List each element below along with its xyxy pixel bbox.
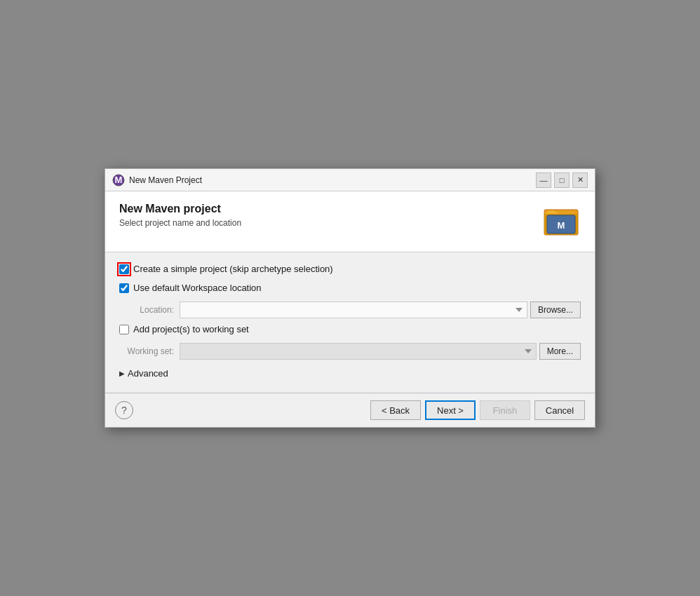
window-title: New Maven Project	[129, 175, 532, 185]
window-icon: M	[112, 174, 125, 187]
header-text: New Maven project Select project name an…	[119, 203, 241, 228]
add-working-set-label[interactable]: Add project(s) to working set	[133, 324, 249, 334]
location-label: Location:	[119, 305, 174, 315]
minimize-button[interactable]: —	[536, 172, 551, 188]
restore-button[interactable]: □	[554, 172, 570, 188]
footer-buttons: < Back Next > Finish Cancel	[370, 400, 585, 420]
maven-logo-icon: M	[541, 203, 581, 242]
location-input-wrap: Browse...	[180, 302, 581, 318]
working-set-input-wrap: More...	[180, 343, 581, 360]
cancel-button[interactable]: Cancel	[534, 400, 585, 420]
more-button[interactable]: More...	[539, 343, 581, 360]
working-set-label: Working set:	[119, 346, 174, 356]
header-section: New Maven project Select project name an…	[105, 191, 595, 252]
help-button[interactable]: ?	[115, 401, 133, 419]
add-working-set-row: Add project(s) to working set	[119, 324, 581, 334]
title-bar: M New Maven Project — □ ✕	[105, 169, 595, 191]
location-row: Location: Browse...	[119, 302, 581, 318]
content-area: Create a simple project (skip archetype …	[105, 252, 595, 393]
browse-button[interactable]: Browse...	[530, 302, 581, 318]
page-title: New Maven project	[119, 203, 241, 215]
close-button[interactable]: ✕	[572, 172, 588, 188]
advanced-arrow-icon: ▶	[119, 370, 125, 377]
next-button[interactable]: Next >	[425, 400, 476, 420]
working-set-row: Working set: More...	[119, 343, 581, 360]
back-button[interactable]: < Back	[370, 400, 421, 420]
use-default-workspace-row: Use default Workspace location	[119, 283, 581, 293]
create-simple-checkbox[interactable]	[119, 264, 129, 274]
advanced-row[interactable]: ▶ Advanced	[119, 365, 581, 381]
use-default-workspace-checkbox[interactable]	[119, 283, 129, 293]
add-working-set-checkbox[interactable]	[119, 325, 129, 334]
svg-text:M: M	[558, 220, 565, 231]
use-default-workspace-label[interactable]: Use default Workspace location	[133, 283, 262, 293]
window-controls: — □ ✕	[536, 172, 588, 188]
working-set-dropdown[interactable]	[180, 343, 537, 360]
create-simple-row: Create a simple project (skip archetype …	[119, 264, 581, 274]
create-simple-label[interactable]: Create a simple project (skip archetype …	[133, 264, 333, 274]
advanced-label: Advanced	[128, 368, 168, 379]
svg-text:M: M	[115, 175, 123, 185]
finish-button[interactable]: Finish	[480, 400, 530, 420]
footer: ? < Back Next > Finish Cancel	[105, 393, 595, 427]
page-subtitle: Select project name and location	[119, 218, 241, 228]
location-dropdown[interactable]	[180, 302, 527, 318]
dialog-window: M New Maven Project — □ ✕ New Maven proj…	[105, 168, 595, 428]
